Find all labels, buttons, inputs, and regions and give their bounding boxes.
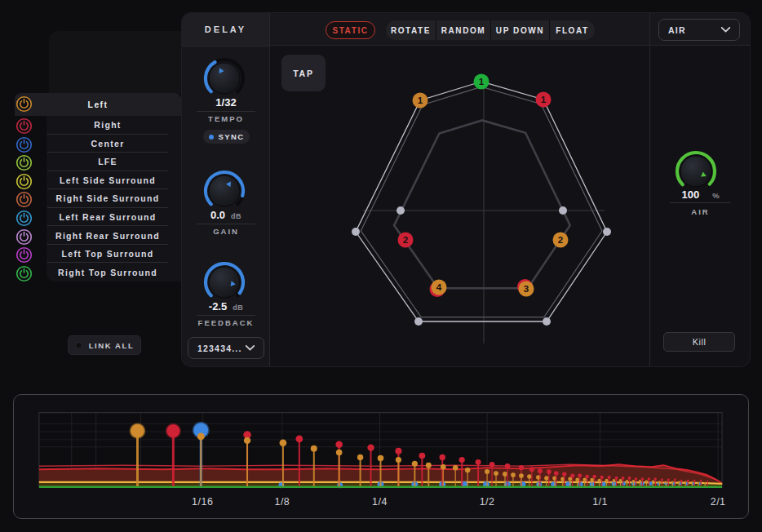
delay-section-header: DELAY xyxy=(182,13,269,47)
gain-value: 0.0dB xyxy=(182,209,270,222)
svg-text:1/2: 1/2 xyxy=(480,496,495,508)
power-icon[interactable] xyxy=(16,191,33,208)
channel-row[interactable]: Center xyxy=(47,135,168,153)
tempo-value: 1/32 xyxy=(182,96,270,109)
mode-group: ROTATE RANDOM UP DOWN FLOAT xyxy=(386,20,595,40)
svg-text:1/4: 1/4 xyxy=(372,496,388,508)
chevron-down-icon xyxy=(721,27,730,33)
sync-led xyxy=(209,135,214,140)
mode-static-button[interactable]: STATIC xyxy=(326,21,375,39)
mode-float-button[interactable]: FLOAT xyxy=(550,20,595,40)
power-icon[interactable] xyxy=(16,228,33,246)
preset-dropdown[interactable]: 123434... xyxy=(188,337,264,359)
mode-rotate-button[interactable]: ROTATE xyxy=(386,20,436,40)
air-label: AIR xyxy=(649,207,751,216)
svg-text:1/8: 1/8 xyxy=(274,496,290,508)
channel-row-selected[interactable]: Left xyxy=(15,93,181,116)
channel-row[interactable]: Left Top Surround xyxy=(47,245,168,264)
channel-row[interactable]: LFE xyxy=(47,153,168,171)
link-all-led xyxy=(75,342,82,349)
plugin-window: { "channels": { "selected": "Left", "ite… xyxy=(0,0,762,532)
link-all-button[interactable]: LINK ALL xyxy=(68,335,141,355)
channel-row[interactable]: Right Top Surround xyxy=(47,263,168,282)
channel-row[interactable]: Right Rear Surround xyxy=(47,226,168,245)
feedback-knob[interactable] xyxy=(202,259,247,305)
power-icon[interactable] xyxy=(16,136,33,153)
channel-row[interactable]: Right Side Surround xyxy=(47,189,168,208)
sidebar-top-panel xyxy=(49,31,181,94)
gain-knob[interactable] xyxy=(202,168,247,214)
feedback-label: FEEDBACK xyxy=(182,318,270,327)
power-icon[interactable] xyxy=(16,154,33,171)
tap-display-panel: 1/161/81/41/21/12/1 xyxy=(13,394,749,519)
channel-row[interactable]: Left Rear Surround xyxy=(47,208,168,227)
mode-random-button[interactable]: RANDOM xyxy=(436,20,491,40)
svg-text:1: 1 xyxy=(479,77,485,86)
gain-label: GAIN xyxy=(182,227,270,236)
power-icon[interactable] xyxy=(16,265,33,282)
channel-row[interactable]: Right xyxy=(47,116,168,135)
air-dropdown[interactable]: AIR xyxy=(658,19,740,41)
surround-panner[interactable]: 1112243 xyxy=(270,46,649,367)
tempo-knob[interactable] xyxy=(202,55,247,101)
feedback-value: -2.5dB xyxy=(182,300,270,313)
air-value: 100% xyxy=(649,188,751,202)
svg-text:1/1: 1/1 xyxy=(592,496,608,508)
channel-row[interactable]: Left Side Surround xyxy=(47,171,168,190)
svg-text:2: 2 xyxy=(558,235,563,245)
power-icon[interactable] xyxy=(16,210,33,227)
air-knob[interactable] xyxy=(673,149,719,194)
sync-toggle[interactable]: SYNC xyxy=(203,130,250,144)
power-icon[interactable] xyxy=(16,246,33,264)
delay-section: DELAY 1/32 TEMPO SYNC 0.0dB GAIN -2.5dB … xyxy=(182,13,270,367)
svg-text:1: 1 xyxy=(541,95,547,104)
power-icon[interactable] xyxy=(16,117,33,135)
svg-text:2: 2 xyxy=(403,235,408,245)
kill-button[interactable]: Kill xyxy=(663,332,735,352)
power-icon[interactable] xyxy=(16,173,33,190)
main-panel: DELAY 1/32 TEMPO SYNC 0.0dB GAIN -2.5dB … xyxy=(181,12,751,367)
svg-text:2/1: 2/1 xyxy=(711,496,726,508)
svg-text:1/16: 1/16 xyxy=(192,496,213,508)
svg-text:3: 3 xyxy=(524,284,529,294)
svg-text:4: 4 xyxy=(436,282,442,292)
mode-updown-button[interactable]: UP DOWN xyxy=(491,20,550,40)
selected-channel-label: Left xyxy=(88,100,109,109)
power-icon[interactable] xyxy=(16,95,33,113)
svg-text:1: 1 xyxy=(418,95,423,105)
channel-list: Right Center LFE Left Side Surround Righ… xyxy=(47,116,186,282)
tap-display-chart[interactable]: 1/161/81/41/21/12/1 xyxy=(14,395,747,517)
tempo-label: TEMPO xyxy=(182,114,270,123)
chevron-down-icon xyxy=(246,345,255,351)
